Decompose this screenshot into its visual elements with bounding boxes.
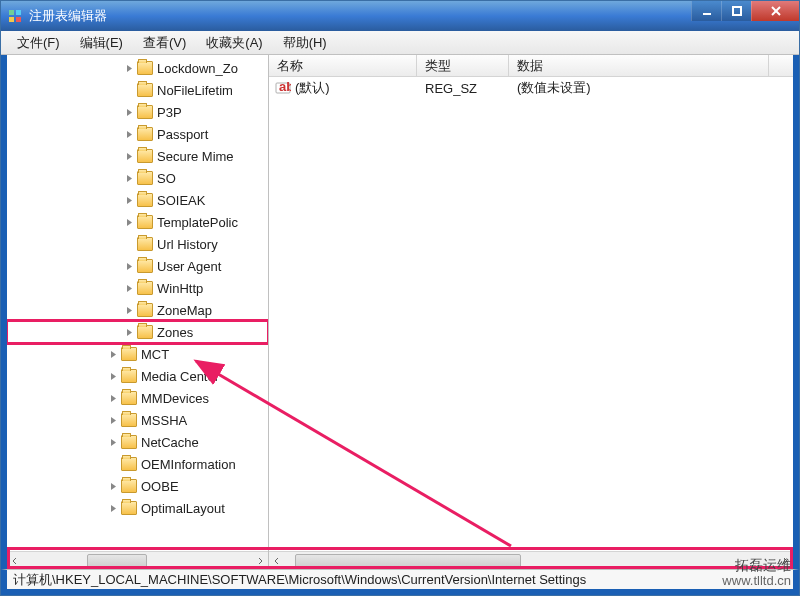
tree-items: Lockdown_ZoNoFileLifetimP3PPassportSecur… <box>7 55 268 551</box>
tree-item[interactable]: Url History <box>7 233 268 255</box>
tree-item-label: ZoneMap <box>157 303 212 318</box>
svg-rect-1 <box>16 10 21 15</box>
tree-horizontal-scrollbar[interactable] <box>7 551 268 569</box>
expand-icon[interactable] <box>107 348 119 360</box>
expand-icon[interactable] <box>123 62 135 74</box>
col-type[interactable]: 类型 <box>417 55 509 76</box>
svg-rect-0 <box>9 10 14 15</box>
expand-icon[interactable] <box>123 260 135 272</box>
tree-item[interactable]: NoFileLifetim <box>7 79 268 101</box>
expand-icon[interactable] <box>123 282 135 294</box>
svg-rect-5 <box>733 7 741 15</box>
maximize-button[interactable] <box>721 1 751 21</box>
tree-item[interactable]: Zones <box>7 321 268 343</box>
tree-item[interactable]: MMDevices <box>7 387 268 409</box>
expand-icon[interactable] <box>123 106 135 118</box>
folder-icon <box>121 391 137 405</box>
svg-text:ab: ab <box>279 80 291 94</box>
col-name[interactable]: 名称 <box>269 55 417 76</box>
tree-item[interactable]: ZoneMap <box>7 299 268 321</box>
tree-item[interactable]: Passport <box>7 123 268 145</box>
menubar: 文件(F) 编辑(E) 查看(V) 收藏夹(A) 帮助(H) <box>1 31 799 55</box>
tree-item[interactable]: OEMInformation <box>7 453 268 475</box>
scroll-right-icon[interactable] <box>252 552 268 569</box>
tree-item[interactable]: Lockdown_Zo <box>7 57 268 79</box>
tree-item[interactable]: SOIEAK <box>7 189 268 211</box>
tree-item-label: TemplatePolic <box>157 215 238 230</box>
expand-icon <box>123 84 135 96</box>
expand-icon[interactable] <box>107 370 119 382</box>
col-data[interactable]: 数据 <box>509 55 769 76</box>
svg-rect-3 <box>16 17 21 22</box>
folder-icon <box>121 501 137 515</box>
folder-icon <box>137 149 153 163</box>
folder-icon <box>137 171 153 185</box>
expand-icon[interactable] <box>123 194 135 206</box>
tree-item[interactable]: SO <box>7 167 268 189</box>
tree-item[interactable]: Secure Mime <box>7 145 268 167</box>
tree-item-label: Zones <box>157 325 193 340</box>
tree-item[interactable]: TemplatePolic <box>7 211 268 233</box>
scroll-left-icon[interactable] <box>269 552 285 569</box>
tree-item[interactable]: User Agent <box>7 255 268 277</box>
expand-icon[interactable] <box>123 150 135 162</box>
value-row[interactable]: ab(默认)REG_SZ(数值未设置) <box>269 77 793 99</box>
folder-icon <box>121 435 137 449</box>
scroll-left-icon[interactable] <box>7 552 23 569</box>
app-icon <box>7 8 23 24</box>
minimize-button[interactable] <box>691 1 721 21</box>
folder-icon <box>137 281 153 295</box>
content-area: Lockdown_ZoNoFileLifetimP3PPassportSecur… <box>1 55 799 569</box>
menu-file[interactable]: 文件(F) <box>7 32 70 54</box>
tree-item-label: SO <box>157 171 176 186</box>
tree-item-label: OOBE <box>141 479 179 494</box>
tree-item-label: P3P <box>157 105 182 120</box>
expand-icon <box>107 458 119 470</box>
scroll-right-icon[interactable] <box>777 552 793 569</box>
folder-icon <box>121 479 137 493</box>
expand-icon[interactable] <box>107 436 119 448</box>
tree-item[interactable]: OOBE <box>7 475 268 497</box>
tree-pane[interactable]: Lockdown_ZoNoFileLifetimP3PPassportSecur… <box>7 55 269 569</box>
menu-edit[interactable]: 编辑(E) <box>70 32 133 54</box>
tree-item-label: Lockdown_Zo <box>157 61 238 76</box>
scroll-track[interactable] <box>23 552 252 569</box>
scroll-track[interactable] <box>285 552 777 569</box>
value-type: REG_SZ <box>417 81 509 96</box>
menu-view[interactable]: 查看(V) <box>133 32 196 54</box>
tree-item[interactable]: WinHttp <box>7 277 268 299</box>
close-button[interactable] <box>751 1 799 21</box>
folder-icon <box>137 83 153 97</box>
expand-icon[interactable] <box>107 480 119 492</box>
scroll-thumb[interactable] <box>87 554 147 568</box>
menu-help[interactable]: 帮助(H) <box>273 32 337 54</box>
expand-icon[interactable] <box>107 392 119 404</box>
expand-icon[interactable] <box>107 414 119 426</box>
tree-item-label: NetCache <box>141 435 199 450</box>
tree-item[interactable]: Media Center <box>7 365 268 387</box>
tree-item[interactable]: MCT <box>7 343 268 365</box>
values-pane[interactable]: 名称 类型 数据 ab(默认)REG_SZ(数值未设置) <box>269 55 793 569</box>
statusbar: 计算机\HKEY_LOCAL_MACHINE\SOFTWARE\Microsof… <box>1 569 799 595</box>
tree-item[interactable]: MSSHA <box>7 409 268 431</box>
expand-icon[interactable] <box>123 216 135 228</box>
scroll-thumb[interactable] <box>295 554 521 568</box>
menu-favorites[interactable]: 收藏夹(A) <box>196 32 272 54</box>
expand-icon[interactable] <box>123 128 135 140</box>
titlebar[interactable]: 注册表编辑器 <box>1 1 799 31</box>
expand-icon[interactable] <box>123 326 135 338</box>
expand-icon[interactable] <box>107 502 119 514</box>
tree-item-label: OEMInformation <box>141 457 236 472</box>
string-value-icon: ab <box>275 80 291 96</box>
expand-icon[interactable] <box>123 172 135 184</box>
tree-item-label: MSSHA <box>141 413 187 428</box>
tree-item[interactable]: OptimalLayout <box>7 497 268 519</box>
values-horizontal-scrollbar[interactable] <box>269 551 793 569</box>
expand-icon[interactable] <box>123 304 135 316</box>
tree-item[interactable]: P3P <box>7 101 268 123</box>
tree-item[interactable]: NetCache <box>7 431 268 453</box>
expand-icon <box>123 238 135 250</box>
folder-icon <box>121 347 137 361</box>
window-title: 注册表编辑器 <box>29 7 691 25</box>
status-path: 计算机\HKEY_LOCAL_MACHINE\SOFTWARE\Microsof… <box>13 571 586 589</box>
